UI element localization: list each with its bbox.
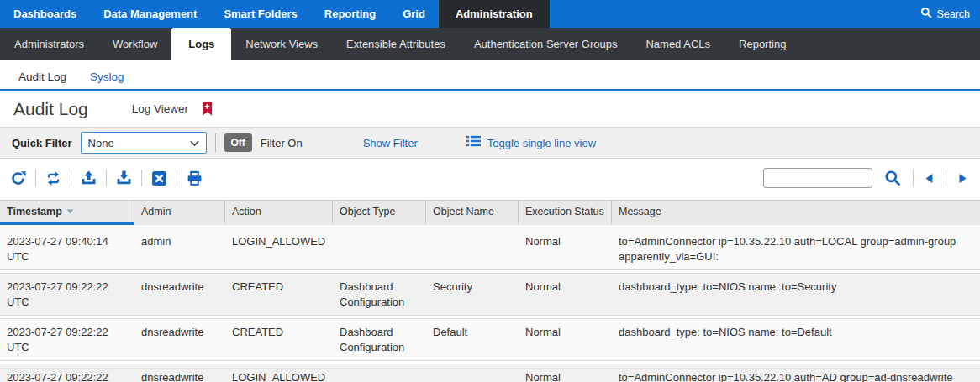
subnav-item-logs[interactable]: Logs xyxy=(171,28,231,60)
page-subtitle: Log Viewer xyxy=(132,102,188,115)
cell-action: CREATED xyxy=(225,318,333,361)
page-title: Audit Log xyxy=(13,99,88,119)
print-icon[interactable] xyxy=(187,170,203,186)
table-row[interactable]: 2023-07-27 09:40:14 UTC admin LOGIN_ALLO… xyxy=(0,228,980,270)
cell-admin: dnsreadwrite xyxy=(134,273,225,316)
filter-on-label: Filter On xyxy=(261,137,303,149)
cell-object-type: Dashboard Configuration xyxy=(333,318,426,361)
quick-filter-value: None xyxy=(88,137,114,149)
quick-filter-label: Quick Filter xyxy=(12,137,72,149)
cell-action: LOGIN_ALLOWED xyxy=(225,228,333,270)
table-search-input[interactable] xyxy=(763,168,872,188)
cell-admin: admin xyxy=(134,228,225,270)
divider xyxy=(946,170,946,186)
administration-sub-navigation: Administrators Workflow Logs Network Vie… xyxy=(0,28,980,60)
divider xyxy=(71,170,71,186)
divider xyxy=(913,170,914,186)
divider xyxy=(106,170,107,186)
chevron-down-icon xyxy=(190,137,199,149)
subnav-item-workflow[interactable]: Workflow xyxy=(98,28,171,60)
subnav-item-administrators[interactable]: Administrators xyxy=(0,28,98,60)
quick-filter-dropdown[interactable]: None xyxy=(81,132,207,154)
tab-syslog[interactable]: Syslog xyxy=(78,64,136,89)
divider xyxy=(215,133,216,152)
cell-message: to=AdminConnector ip=10.35.22.10 auth=AD… xyxy=(612,364,980,382)
bookmark-add-icon[interactable] xyxy=(202,102,213,116)
divider xyxy=(141,170,142,186)
column-header-action[interactable]: Action xyxy=(225,200,333,225)
nav-item-smart-folders[interactable]: Smart Folders xyxy=(210,0,310,28)
cell-execution-status: Normal xyxy=(519,228,612,270)
column-header-timestamp[interactable]: Timestamp xyxy=(0,200,134,225)
table-row[interactable]: 2023-07-27 09:22:22 UTC dnsreadwrite CRE… xyxy=(0,318,980,361)
cell-timestamp: 2023-07-27 09:22:22 UTC xyxy=(0,318,134,361)
cell-object-name: Security xyxy=(426,273,519,316)
nav-item-dashboards[interactable]: Dashboards xyxy=(0,0,90,28)
cell-object-type xyxy=(333,228,426,270)
search-icon xyxy=(920,7,932,21)
log-view-tabs: Audit Log Syslog xyxy=(0,60,980,91)
nav-item-reporting[interactable]: Reporting xyxy=(311,0,389,28)
cell-timestamp: 2023-07-27 09:22:22 UTC xyxy=(0,364,134,382)
table-row[interactable]: 2023-07-27 09:22:22 UTC dnsreadwrite LOG… xyxy=(0,364,980,382)
cell-action: CREATED xyxy=(225,273,333,316)
cell-timestamp: 2023-07-27 09:22:22 UTC xyxy=(0,273,134,316)
grid-toolbar xyxy=(0,159,980,197)
cell-object-name xyxy=(426,228,519,270)
column-header-message[interactable]: Message xyxy=(612,200,980,225)
column-header-admin[interactable]: Admin xyxy=(134,200,225,225)
subnav-item-reporting[interactable]: Reporting xyxy=(724,28,800,60)
toggle-single-line-view-link[interactable]: Toggle single line view xyxy=(466,135,596,150)
nav-item-data-management[interactable]: Data Management xyxy=(90,0,210,28)
nav-item-grid[interactable]: Grid xyxy=(389,0,439,28)
clear-icon[interactable] xyxy=(151,170,167,186)
subnav-item-extensible-attributes[interactable]: Extensible Attributes xyxy=(332,28,460,60)
cell-message: to=AdminConnector ip=10.35.22.10 auth=LO… xyxy=(612,228,980,270)
cell-message: dashboard_type: to=NIOS name: to=Default xyxy=(612,318,980,361)
page-next-icon[interactable] xyxy=(955,173,970,184)
quick-filter-bar: Quick Filter None Off Filter On Show Fil… xyxy=(0,127,980,159)
page-previous-icon[interactable] xyxy=(922,173,937,184)
tab-audit-log[interactable]: Audit Log xyxy=(7,64,78,89)
replay-icon[interactable] xyxy=(45,170,61,186)
sort-descending-icon xyxy=(66,205,74,217)
nav-item-administration[interactable]: Administration xyxy=(439,0,550,28)
subnav-item-network-views[interactable]: Network Views xyxy=(231,28,332,60)
cell-execution-status: Normal xyxy=(519,273,612,316)
cell-object-name xyxy=(426,364,519,382)
cell-message: dashboard_type: to=NIOS name: to=Securit… xyxy=(612,273,980,316)
subnav-item-named-acls[interactable]: Named ACLs xyxy=(631,28,724,60)
single-line-view-icon xyxy=(466,135,481,150)
download-icon[interactable] xyxy=(116,170,132,186)
cell-object-type: Dashboard Configuration xyxy=(333,273,426,316)
table-search-icon[interactable] xyxy=(881,170,904,186)
global-search-button[interactable]: Search xyxy=(910,0,980,28)
divider xyxy=(177,170,177,186)
cell-object-name: Default xyxy=(426,318,519,361)
top-navigation: Dashboards Data Management Smart Folders… xyxy=(0,0,980,28)
page-header: Audit Log Log Viewer xyxy=(0,91,980,127)
cell-object-type xyxy=(333,364,426,382)
subnav-item-authentication-server-groups[interactable]: Authentication Server Groups xyxy=(460,28,632,60)
table-row[interactable]: 2023-07-27 09:22:22 UTC dnsreadwrite CRE… xyxy=(0,273,980,316)
cell-admin: dnsreadwrite xyxy=(134,318,225,361)
cell-admin: dnsreadwrite xyxy=(134,364,225,382)
cell-execution-status: Normal xyxy=(519,364,612,382)
global-search-label: Search xyxy=(936,8,970,20)
audit-log-table: Timestamp Admin Action Object Type Objec… xyxy=(0,197,980,382)
filter-toggle-button[interactable]: Off xyxy=(224,133,252,152)
column-header-object-type[interactable]: Object Type xyxy=(333,200,426,225)
cell-execution-status: Normal xyxy=(519,318,612,361)
cell-action: LOGIN_ALLOWED xyxy=(225,364,333,382)
cell-timestamp: 2023-07-27 09:40:14 UTC xyxy=(0,228,134,270)
show-filter-link[interactable]: Show Filter xyxy=(363,137,418,149)
column-header-object-name[interactable]: Object Name xyxy=(426,200,519,225)
refresh-icon[interactable] xyxy=(10,170,26,186)
upload-icon[interactable] xyxy=(81,170,97,186)
divider xyxy=(35,170,36,186)
column-header-execution-status[interactable]: Execution Status xyxy=(519,200,612,225)
toggle-single-line-label: Toggle single line view xyxy=(487,137,596,149)
table-header-row: Timestamp Admin Action Object Type Objec… xyxy=(0,200,980,225)
